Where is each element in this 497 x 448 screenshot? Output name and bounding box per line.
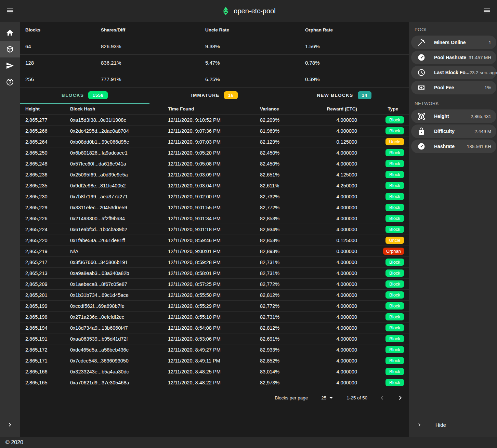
block-hash: 0x7cdce548...3636093050 (70, 358, 168, 364)
tab-immature[interactable]: IMMATURE16 (149, 88, 279, 104)
block-type-cell: Block (357, 302, 409, 309)
block-variance: 82,772% (260, 281, 311, 287)
block-variance: 82,853% (260, 216, 311, 221)
blocks-header-cell: Time Found (168, 106, 260, 111)
sidebar-item-hashrate[interactable]: Hashrate185.561 KH (411, 140, 496, 153)
luck-stats-table: BlocksShares/DiffUncle RateOrphan Rate64… (20, 22, 409, 88)
block-reward: 4.000000 (311, 128, 357, 134)
block-time: 12/11/2020, 8:55:10 PM (168, 314, 260, 320)
rail-item-help[interactable] (0, 74, 20, 90)
pagination: Blocks per page 25 1-25 of 50 (20, 389, 409, 407)
block-time: 12/11/2020, 8:59:46 PM (168, 238, 260, 243)
block-row: 2,865,1980x271a236c...0efcfdf2ec12/11/20… (20, 312, 409, 322)
block-type-cell: Block (357, 368, 409, 375)
sidebar-item-pool-hashrate[interactable]: Pool Hashrate31.457 MH (411, 51, 496, 64)
sidebar-item-last-block-fo-[interactable]: Last Block Fo...23.2 sec. ago (411, 66, 496, 79)
block-row: 2,865,1910xaa063539...b95d41d72f12/11/20… (20, 333, 409, 344)
block-hash: 0xccdf562f...69a698b7fe (70, 303, 168, 309)
rail-item-payments[interactable] (0, 57, 20, 74)
prev-page-button[interactable] (378, 393, 387, 402)
type-badge-block: Block (385, 116, 404, 123)
rail-item-home[interactable] (0, 25, 20, 41)
block-variance: 82,812% (260, 292, 311, 298)
per-page-select[interactable]: 25 (320, 395, 334, 403)
block-variance: 82,731% (260, 314, 311, 320)
block-variance: 82,772% (260, 205, 311, 210)
block-hash: 0x25095f69...a0d39e9e5a (70, 172, 168, 177)
block-time: 12/11/2020, 9:01:34 PM (168, 216, 260, 221)
block-reward: 4.000000 (311, 117, 357, 123)
block-variance: 82,450% (260, 150, 311, 156)
block-time: 12/11/2020, 9:01:55 PM (168, 205, 260, 210)
next-page-button[interactable] (396, 393, 405, 402)
block-time: 12/11/2020, 9:02:00 PM (168, 194, 260, 199)
block-row: 2,865,2360x25095f69...a0d39e9e5a12/11/20… (20, 169, 409, 180)
block-hash: 0xdc465d5a...a58beb436c (70, 347, 168, 353)
sidebar-item-label: Pool Hashrate (434, 55, 466, 60)
block-row: 2,865,2480x57fec60f...da616e941a12/11/20… (20, 158, 409, 169)
stats-cell: 5.47% (205, 60, 305, 66)
tab-count-badge: 14 (358, 91, 371, 99)
block-type-cell: Block (357, 182, 409, 189)
tab-label: BLOCKS (62, 93, 84, 98)
block-time: 12/11/2020, 8:49:27 PM (168, 347, 260, 353)
chevron-right-icon (396, 394, 404, 402)
tab-count-badge: 16 (224, 91, 238, 99)
block-time: 12/11/2020, 9:10:52 PM (168, 117, 260, 123)
block-height: 2,865,250 (20, 150, 70, 156)
sidebar-item-height[interactable]: Height2,865,431 (411, 109, 496, 123)
block-row: 2,865,2010x1b31b734...69c1d45ace12/11/20… (20, 290, 409, 301)
sidebar-item-value: 2,865,431 (471, 114, 491, 119)
tab-new-blocks[interactable]: NEW BLOCKS14 (279, 88, 409, 104)
block-type-cell: Block (357, 357, 409, 364)
type-badge-block: Block (385, 215, 404, 222)
sidebar-item-miners-online[interactable]: Miners Online1 (411, 36, 496, 49)
blocks-table: HeightBlock HashTime FoundVarianceReward… (20, 104, 409, 388)
block-reward: 4.000000 (311, 271, 357, 276)
stats-cell: 826.93% (101, 43, 205, 49)
blocks-header-cell: Height (20, 106, 70, 111)
home-icon (6, 29, 14, 37)
block-height: 2,865,226 (20, 216, 70, 221)
block-hash: 0x57fec60f...da616e941a (70, 161, 168, 167)
sidebar-hide-button[interactable]: Hide (409, 417, 497, 432)
menu-button-left[interactable] (2, 3, 18, 19)
type-badge-block: Block (385, 269, 404, 277)
sidebar-item-value: 1 (488, 40, 491, 45)
rail-expand-button[interactable] (0, 417, 20, 433)
pickaxe-icon (417, 38, 426, 47)
block-hash: 0x2dc4295d...2dae0a8704 (70, 128, 168, 134)
block-time: 12/11/2020, 9:07:03 PM (168, 139, 260, 145)
block-row: 2,865,2200x1fabe54a...2661de81ff12/11/20… (20, 235, 409, 246)
block-time: 12/11/2020, 9:00:01 PM (168, 249, 260, 254)
block-variance: 82,933% (260, 347, 311, 353)
stats-row: 128836.21%5.47%0.78% (20, 55, 409, 71)
sidebar-item-pool-fee[interactable]: Pool Fee1% (411, 81, 496, 94)
menu-button-right[interactable] (479, 3, 495, 19)
tab-blocks[interactable]: BLOCKS1558 (20, 88, 149, 104)
block-time: 12/11/2020, 9:01:18 PM (168, 227, 260, 232)
app-logo: open-etc-pool (0, 6, 497, 15)
sidebar-item-difficulty[interactable]: Difficulty2.449 M (411, 124, 496, 138)
hide-label: Hide (435, 422, 446, 428)
stats-cell: 0.78% (305, 60, 409, 66)
sidebar-item-label: Difficulty (434, 129, 455, 134)
block-variance: 82,209% (260, 117, 311, 123)
caret-down-icon (329, 397, 333, 399)
block-type-cell: Orphan (357, 248, 409, 255)
block-reward: 4.000000 (311, 336, 357, 342)
block-reward: 4.000000 (311, 325, 357, 331)
stats-header-cell: Blocks (20, 27, 101, 32)
rail-item-blocks[interactable] (0, 41, 20, 57)
type-badge-block: Block (385, 335, 404, 342)
right-sidebar: POOLMiners Online1Pool Hashrate31.457 MH… (409, 22, 497, 437)
stats-header-cell: Orphan Rate (305, 27, 409, 32)
block-hash: 0x1b31b734...69c1d45ace (70, 292, 168, 298)
stats-cell: 0.39% (305, 76, 409, 82)
tab-label: IMMATURE (191, 93, 220, 98)
sidebar-item-label: Miners Online (434, 40, 466, 45)
block-variance: 82,731% (260, 260, 311, 265)
block-time: 12/11/2020, 9:07:36 PM (168, 128, 260, 134)
block-hash: 0xaa063539...b95d41d72f (70, 336, 168, 342)
block-reward: 4.000000 (311, 216, 357, 221)
